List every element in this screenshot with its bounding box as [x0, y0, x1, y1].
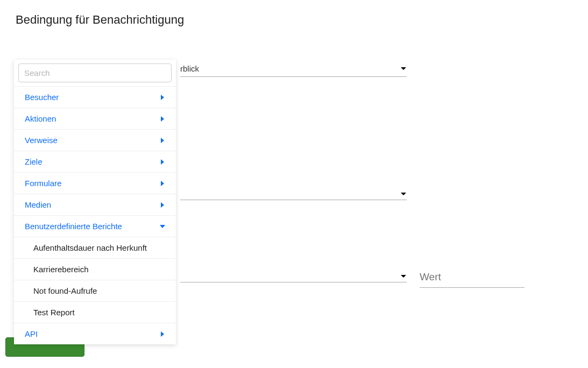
- sub-item-karrierebereich[interactable]: Karrierebereich: [14, 258, 176, 280]
- value-input[interactable]: [420, 271, 525, 288]
- menu-item-label: Formulare: [25, 179, 61, 188]
- sub-item-label: Karrierebereich: [33, 265, 89, 274]
- sub-item-label: Not found-Aufrufe: [33, 286, 97, 295]
- menu-item-verweise[interactable]: Verweise: [14, 129, 176, 151]
- chevron-right-icon: [160, 181, 165, 186]
- search-input[interactable]: [18, 63, 172, 82]
- chevron-down-icon: [160, 224, 165, 229]
- menu-item-ziele[interactable]: Ziele: [14, 151, 176, 172]
- menu-item-benutzerdefinierte-berichte[interactable]: Benutzerdefinierte Berichte: [14, 215, 176, 237]
- condition-select[interactable]: [180, 274, 407, 282]
- report-dropdown-panel: Besucher Aktionen Verweise Ziele Formula…: [14, 60, 176, 344]
- chevron-right-icon: [160, 138, 165, 143]
- menu-item-besucher[interactable]: Besucher: [14, 86, 176, 108]
- menu-item-label: Besucher: [25, 93, 59, 102]
- chevron-right-icon: [160, 95, 165, 100]
- metric-select[interactable]: [180, 192, 407, 200]
- caret-down-icon: [400, 274, 407, 279]
- menu-item-label: Aktionen: [25, 114, 56, 123]
- caret-down-icon: [400, 67, 407, 71]
- chevron-right-icon: [160, 331, 165, 337]
- sub-item-test-report[interactable]: Test Report: [14, 301, 176, 323]
- page-title: Bedingung für Benachrichtigung: [16, 13, 184, 27]
- sub-item-label: Aufenthaltsdauer nach Herkunft: [33, 243, 147, 252]
- menu-item-label: API: [25, 329, 38, 338]
- sub-item-aufenthaltsdauer[interactable]: Aufenthaltsdauer nach Herkunft: [14, 237, 176, 258]
- sub-item-not-found-aufrufe[interactable]: Not found-Aufrufe: [14, 280, 176, 301]
- menu-item-api[interactable]: API: [14, 323, 176, 344]
- menu-item-label: Medien: [25, 200, 51, 209]
- caret-down-icon: [400, 192, 407, 196]
- report-select[interactable]: rblick: [180, 64, 407, 77]
- menu-item-label: Benutzerdefinierte Berichte: [25, 222, 122, 231]
- menu-item-label: Ziele: [25, 157, 42, 166]
- menu-item-aktionen[interactable]: Aktionen: [14, 108, 176, 129]
- menu-item-medien[interactable]: Medien: [14, 194, 176, 215]
- chevron-right-icon: [160, 159, 165, 165]
- chevron-right-icon: [160, 116, 165, 122]
- sub-item-label: Test Report: [33, 308, 75, 317]
- menu-item-label: Verweise: [25, 136, 58, 145]
- chevron-right-icon: [160, 202, 165, 208]
- menu-item-formulare[interactable]: Formulare: [14, 172, 176, 194]
- report-select-value: rblick: [180, 64, 199, 73]
